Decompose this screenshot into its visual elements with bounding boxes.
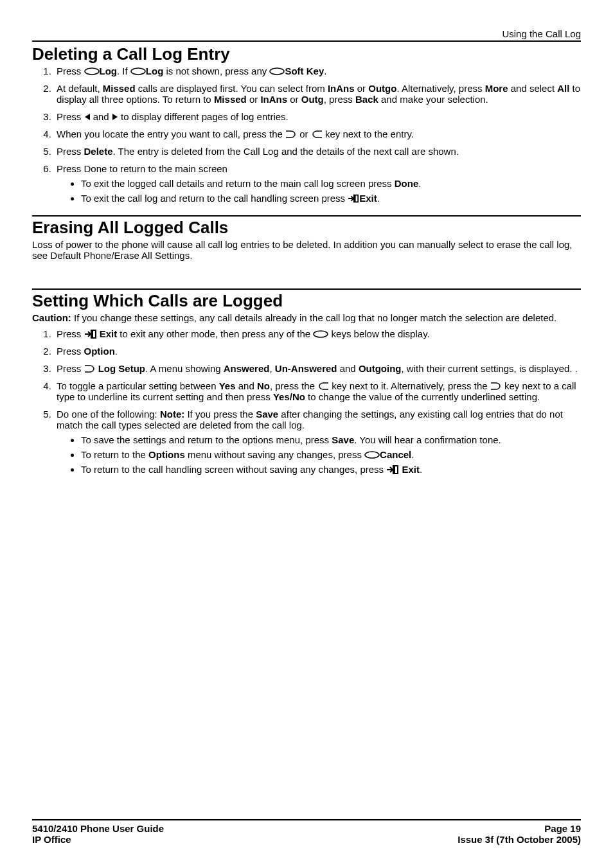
text: to exit any other mode, then press any o… <box>117 328 313 339</box>
text: Press <box>57 328 84 339</box>
text: or <box>355 83 369 94</box>
text: menu without saving any changes, press <box>185 449 364 460</box>
text: Cancel <box>380 449 411 460</box>
step: At default, Missed calls are displayed f… <box>54 83 581 105</box>
text: Exit <box>359 193 377 204</box>
text: InAns <box>328 83 355 94</box>
list-item: To exit the call log and return to the c… <box>81 193 581 204</box>
text: Save <box>332 434 354 445</box>
text: . Alternatively, press <box>396 83 484 94</box>
svg-marker-4 <box>112 114 118 120</box>
right-half-key-icon <box>285 130 297 138</box>
svg-point-1 <box>131 68 145 75</box>
text: Options <box>148 449 185 460</box>
text: Outgo <box>368 83 396 94</box>
step: Press Delete. The entry is deleted from … <box>54 146 581 157</box>
text: More <box>485 83 508 94</box>
step: Press Log Setup. A menu showing Answered… <box>54 363 581 374</box>
setting-steps: Press Exit to exit any other mode, then … <box>54 328 581 475</box>
left-triangle-icon <box>84 113 91 121</box>
footer-page: Page 19 <box>458 823 581 834</box>
softkey-icon <box>313 330 328 338</box>
text: Un-Answered <box>275 363 337 374</box>
svg-rect-12 <box>393 466 395 474</box>
section-title-deleting: Deleting a Call Log Entry <box>32 44 581 64</box>
text: Exit <box>399 464 420 475</box>
text: To exit the call log and return to the c… <box>81 193 348 204</box>
text: Missed <box>214 94 247 105</box>
softkey-icon <box>269 67 285 75</box>
step: Press Done to return to the main screen … <box>54 163 581 204</box>
substeps: To exit the logged call details and retu… <box>81 178 581 204</box>
text: If you change these settings, any call d… <box>71 312 556 323</box>
text: Exit <box>97 328 118 339</box>
text: or <box>247 94 261 105</box>
step: To toggle a particular setting between Y… <box>54 380 581 402</box>
footer-left: 5410/2410 Phone User Guide IP Office <box>32 823 164 845</box>
text: To save the settings and return to the o… <box>81 434 332 445</box>
text: When you locate the entry you want to ca… <box>57 128 285 139</box>
exit-icon <box>84 330 97 339</box>
paragraph: Loss of power to the phone will cause al… <box>32 239 581 261</box>
caution-text: Caution: If you change these settings, a… <box>32 312 581 323</box>
svg-point-9 <box>314 331 328 337</box>
text: Yes <box>219 380 236 391</box>
text: key next to the entry. <box>323 128 414 139</box>
step: Press Log. If Log is not shown, press an… <box>54 66 581 76</box>
svg-marker-3 <box>85 114 90 120</box>
substeps: To save the settings and return to the o… <box>81 434 581 475</box>
svg-point-0 <box>85 68 99 75</box>
text: Log <box>100 66 118 76</box>
text: Press <box>57 111 84 122</box>
text: All <box>557 83 569 94</box>
text: Delete <box>84 146 113 157</box>
text: keys below the display. <box>328 328 429 339</box>
text: calls are displayed first. You can selec… <box>136 83 328 94</box>
text: . The entry is deleted from the Call Log… <box>113 146 459 157</box>
svg-point-10 <box>365 452 379 458</box>
right-half-key-icon <box>490 382 502 390</box>
text: To return to the <box>81 449 148 460</box>
text: is not shown, press any <box>163 66 269 76</box>
deleting-steps: Press Log. If Log is not shown, press an… <box>54 66 581 204</box>
text: Answered <box>224 363 270 374</box>
text: Do one of the following: <box>57 409 160 420</box>
text: . <box>115 346 118 357</box>
text: Soft Key <box>285 66 324 76</box>
text: To toggle a particular setting between <box>57 380 219 391</box>
step: Do one of the following: Note: If you pr… <box>54 409 581 475</box>
softkey-icon <box>130 67 146 75</box>
text: Press <box>57 363 84 374</box>
list-item: To return to the call handling screen wi… <box>81 464 581 475</box>
step: When you locate the entry you want to ca… <box>54 128 581 139</box>
text: To exit the logged call details and retu… <box>81 178 395 189</box>
text: . If <box>117 66 130 76</box>
text: No <box>257 380 270 391</box>
chapter-header: Using the Call Log <box>32 28 581 42</box>
section-title-erasing: Erasing All Logged Calls <box>32 218 581 238</box>
text: Log <box>146 66 164 76</box>
text: Option <box>84 346 115 357</box>
text: , press the <box>270 380 317 391</box>
page-footer: 5410/2410 Phone User Guide IP Office Pag… <box>32 819 581 845</box>
left-half-key-icon <box>311 130 323 138</box>
text: . <box>411 449 414 460</box>
text: At default, <box>57 83 103 94</box>
list-item: To exit the logged call details and retu… <box>81 178 581 189</box>
footer-product: IP Office <box>32 834 164 845</box>
text: , <box>269 363 274 374</box>
text: Outgoing <box>359 363 402 374</box>
step: Press and to display different pages of … <box>54 111 581 122</box>
list-item: To return to the Options menu without sa… <box>81 449 581 460</box>
step: Press Option. <box>54 346 581 357</box>
softkey-icon <box>364 451 380 459</box>
text: and <box>337 363 359 374</box>
exit-icon <box>386 465 399 474</box>
text: key next to it. Alternatively, press the <box>329 380 490 391</box>
section-title-setting: Setting Which Calls are Logged <box>32 291 581 311</box>
text: to display different pages of log entrie… <box>118 111 289 122</box>
text: Done <box>395 178 419 189</box>
text: . You will hear a confirmation tone. <box>354 434 501 445</box>
text: . A menu showing <box>145 363 224 374</box>
text: Outg <box>301 94 324 105</box>
